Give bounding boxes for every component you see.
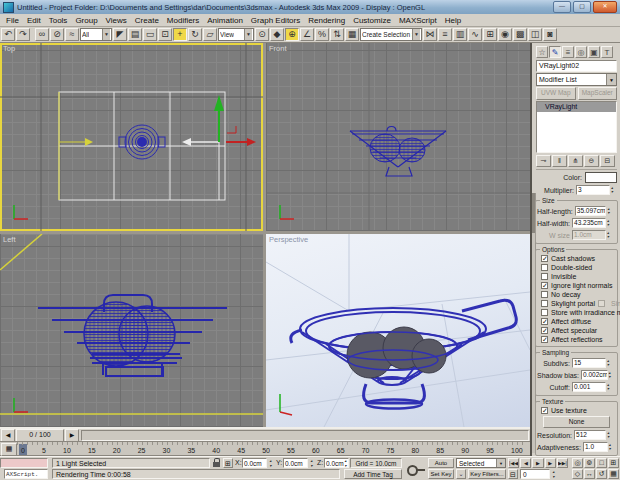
checkbox[interactable] [541, 300, 548, 307]
spinner[interactable]: ▴▾ [309, 458, 314, 468]
checkbox[interactable] [541, 309, 548, 316]
pin-stack-icon[interactable]: ⊸ [536, 155, 551, 167]
menu-item[interactable]: Customize [349, 16, 395, 25]
render-setup-icon[interactable]: ▩ [513, 28, 527, 41]
maxscript-mini-listener[interactable]: AXScript. [4, 469, 48, 479]
menu-item[interactable]: Create [131, 16, 163, 25]
time-slider-thumb[interactable]: 0 / 100 [16, 429, 64, 442]
value-field[interactable]: 43.235cm [572, 218, 606, 228]
checkbox[interactable] [541, 407, 548, 414]
spinner[interactable]: ▴▾ [268, 458, 273, 468]
value-field[interactable]: 1.0cm [572, 230, 606, 240]
make-unique-icon[interactable]: ⋔ [568, 155, 583, 167]
spinner[interactable]: ▴▾ [343, 458, 348, 468]
next-frame-icon[interactable]: ▶ [545, 458, 556, 468]
select-and-scale-icon[interactable]: ▱ [203, 28, 217, 41]
tab-modify[interactable]: ✎ [549, 46, 561, 58]
minimize-button[interactable]: — [553, 1, 571, 13]
value-field[interactable]: 15 [572, 358, 606, 368]
checkbox[interactable] [541, 318, 548, 325]
snap-toggle-icon[interactable]: ⊕ [285, 28, 299, 41]
tab-motion[interactable]: ◎ [575, 46, 587, 58]
y-coordinate-field[interactable]: 0.0cm [283, 458, 308, 468]
previous-frame-arrow[interactable]: ◀ [1, 429, 15, 442]
reference-coordinate-dropdown[interactable]: View ▼ [218, 28, 254, 41]
field-of-view-icon[interactable]: ◇ [572, 469, 583, 479]
spinner[interactable]: ▴▾ [611, 186, 617, 194]
redo-icon[interactable]: ↷ [16, 28, 30, 41]
modifier-stack[interactable]: VRayLight [536, 101, 617, 153]
tab-hierarchy[interactable]: ≡ [562, 46, 574, 58]
curve-editor-icon[interactable]: ∿ [468, 28, 482, 41]
current-frame-field[interactable]: 0 [520, 469, 550, 479]
spinner[interactable]: ▴▾ [609, 371, 614, 379]
texture-none-button[interactable]: None [543, 416, 610, 428]
select-and-manipulate-icon[interactable]: ◆ [270, 28, 284, 41]
checkbox[interactable] [541, 264, 548, 271]
checkbox[interactable] [598, 300, 605, 307]
spinner[interactable]: ▴▾ [607, 231, 613, 239]
select-and-move-icon[interactable]: + [173, 28, 187, 41]
go-to-start-icon[interactable]: |◀◀ [508, 458, 519, 468]
spinner[interactable]: ▴▾ [607, 359, 613, 367]
menu-item[interactable]: Rendering [304, 16, 349, 25]
menu-item[interactable]: MAXScript [395, 16, 441, 25]
zoom-extents-icon[interactable]: □ [596, 458, 607, 468]
checkbox[interactable] [541, 282, 548, 289]
remove-modifier-icon[interactable]: ⊖ [584, 155, 599, 167]
use-pivot-center-icon[interactable]: ⊙ [255, 28, 269, 41]
tab-utilities[interactable]: T [601, 46, 613, 58]
track-bar-ruler[interactable]: 0510152025303540455055606570758085909510… [17, 442, 527, 456]
menu-item[interactable]: Help [441, 16, 465, 25]
maximize-viewport-icon[interactable]: ▦ [608, 469, 619, 479]
viewport-top[interactable]: Top [0, 43, 263, 231]
show-end-result-icon[interactable]: ‖ [552, 155, 567, 167]
select-and-rotate-icon[interactable]: ↻ [188, 28, 202, 41]
edit-named-selections-icon[interactable]: ▦ [345, 28, 359, 41]
track-bar[interactable]: ▦ 05101520253035404550556065707580859095… [0, 441, 530, 456]
menu-item[interactable]: Edit [23, 16, 45, 25]
auto-key-button[interactable]: Auto Key [428, 458, 454, 468]
selection-filter-dropdown[interactable]: All ▼ [80, 28, 112, 41]
value-field[interactable]: 512 [574, 430, 606, 440]
viewport-left[interactable]: Left [0, 234, 263, 427]
spinner[interactable]: ▴▾ [607, 207, 613, 215]
menu-item[interactable]: Graph Editors [247, 16, 304, 25]
zoom-all-icon[interactable]: ⊚ [584, 458, 595, 468]
checkbox[interactable] [541, 255, 548, 262]
spinner[interactable]: ▴▾ [607, 431, 613, 439]
set-key-button[interactable]: Set Key [428, 469, 454, 479]
viewport-perspective[interactable]: Perspective [266, 234, 530, 427]
uvw-map-button[interactable]: UVW Map [536, 87, 576, 100]
menu-item[interactable]: File [2, 16, 23, 25]
keyboard-shortcut-override-icon[interactable] [406, 460, 426, 477]
previous-frame-icon[interactable]: ◀ [520, 458, 531, 468]
absolute-offset-toggle-icon[interactable]: ⊞ [223, 458, 233, 468]
arc-rotate-icon[interactable]: ↺ [596, 469, 607, 479]
mirror-icon[interactable]: ⋈ [423, 28, 437, 41]
bind-to-space-warp-icon[interactable]: ≈ [65, 28, 79, 41]
mini-curve-editor-icon[interactable]: ▦ [1, 443, 17, 456]
align-icon[interactable]: ≡ [438, 28, 452, 41]
menu-item[interactable]: Tools [45, 16, 72, 25]
configure-modifier-sets-icon[interactable]: ⊟ [600, 155, 615, 167]
rectangular-selection-icon[interactable]: ▭ [143, 28, 157, 41]
tab-create[interactable]: ☆ [536, 46, 548, 58]
zoom-icon[interactable]: ◎ [572, 458, 583, 468]
percent-snap-icon[interactable]: % [315, 28, 329, 41]
add-time-tag-button[interactable]: Add Time Tag [344, 469, 402, 479]
window-crossing-icon[interactable]: ⊡ [158, 28, 172, 41]
layer-manager-icon[interactable]: ▥ [453, 28, 467, 41]
spinner[interactable]: ▴▾ [551, 469, 556, 479]
value-field[interactable]: 0.002cm [581, 370, 607, 380]
checkbox[interactable] [541, 291, 548, 298]
quick-render-icon[interactable]: ◙ [543, 28, 557, 41]
spinner[interactable]: ▴▾ [609, 443, 613, 451]
spinner[interactable]: ▴▾ [607, 383, 613, 391]
tab-display[interactable]: ▣ [588, 46, 600, 58]
next-frame-arrow[interactable]: ▶ [65, 429, 79, 442]
zoom-extents-all-icon[interactable]: ⊞ [608, 458, 619, 468]
value-field[interactable]: 35.097cm [575, 206, 607, 216]
checkbox[interactable] [541, 327, 548, 334]
checkbox[interactable] [541, 336, 548, 343]
